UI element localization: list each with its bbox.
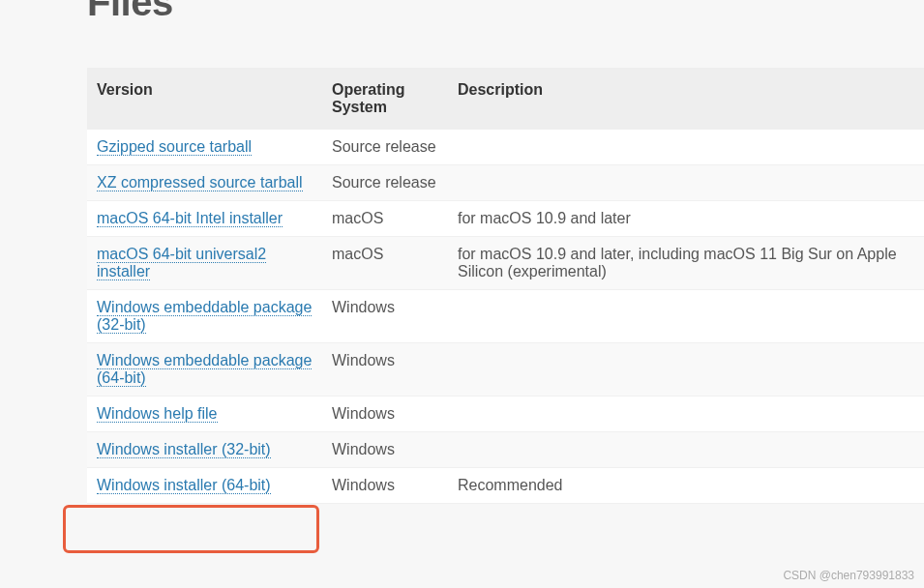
os-cell: Windows xyxy=(324,468,450,504)
version-link[interactable]: Windows embeddable package (64-bit) xyxy=(97,352,312,387)
table-row: XZ compressed source tarball Source rele… xyxy=(87,165,924,201)
version-link[interactable]: Windows installer (32-bit) xyxy=(97,441,271,458)
version-link[interactable]: Gzipped source tarball xyxy=(97,138,252,156)
table-row: Windows embeddable package (32-bit) Wind… xyxy=(87,290,924,343)
watermark-text: CSDN @chen793991833 xyxy=(783,569,914,582)
description-cell xyxy=(450,397,924,432)
os-cell: Windows xyxy=(324,397,450,432)
page-title: Files xyxy=(87,0,924,24)
table-row: Windows installer (32-bit) Windows xyxy=(87,432,924,468)
os-cell: macOS xyxy=(324,201,450,237)
table-row: Windows help file Windows xyxy=(87,397,924,432)
version-link[interactable]: XZ compressed source tarball xyxy=(97,174,303,191)
table-row: Gzipped source tarball Source release xyxy=(87,130,924,165)
description-cell xyxy=(450,290,924,343)
os-cell: Windows xyxy=(324,343,450,397)
os-cell: Windows xyxy=(324,290,450,343)
description-cell: Recommended xyxy=(450,468,924,504)
description-cell: for macOS 10.9 and later xyxy=(450,201,924,237)
version-link[interactable]: Windows help file xyxy=(97,405,218,423)
files-table: Version Operating System Description Gzi… xyxy=(87,68,924,504)
table-row: Windows installer (64-bit) Windows Recom… xyxy=(87,468,924,504)
highlight-annotation xyxy=(63,505,319,553)
description-cell: for macOS 10.9 and later, including macO… xyxy=(450,237,924,290)
description-cell xyxy=(450,432,924,468)
table-row: Windows embeddable package (64-bit) Wind… xyxy=(87,343,924,397)
version-link[interactable]: Windows installer (64-bit) xyxy=(97,477,271,494)
table-row: macOS 64-bit universal2 installer macOS … xyxy=(87,237,924,290)
table-header-row: Version Operating System Description xyxy=(87,68,924,130)
description-cell xyxy=(450,343,924,397)
files-table-container: Version Operating System Description Gzi… xyxy=(87,68,924,504)
header-description: Description xyxy=(450,68,924,130)
description-cell xyxy=(450,165,924,201)
table-row: macOS 64-bit Intel installer macOS for m… xyxy=(87,201,924,237)
version-link[interactable]: Windows embeddable package (32-bit) xyxy=(97,299,312,334)
description-cell xyxy=(450,130,924,165)
os-cell: Source release xyxy=(324,165,450,201)
os-cell: macOS xyxy=(324,237,450,290)
os-cell: Source release xyxy=(324,130,450,165)
version-link[interactable]: macOS 64-bit Intel installer xyxy=(97,210,283,227)
version-link[interactable]: macOS 64-bit universal2 installer xyxy=(97,246,266,280)
header-os: Operating System xyxy=(324,68,450,130)
header-version: Version xyxy=(87,68,324,130)
os-cell: Windows xyxy=(324,432,450,468)
